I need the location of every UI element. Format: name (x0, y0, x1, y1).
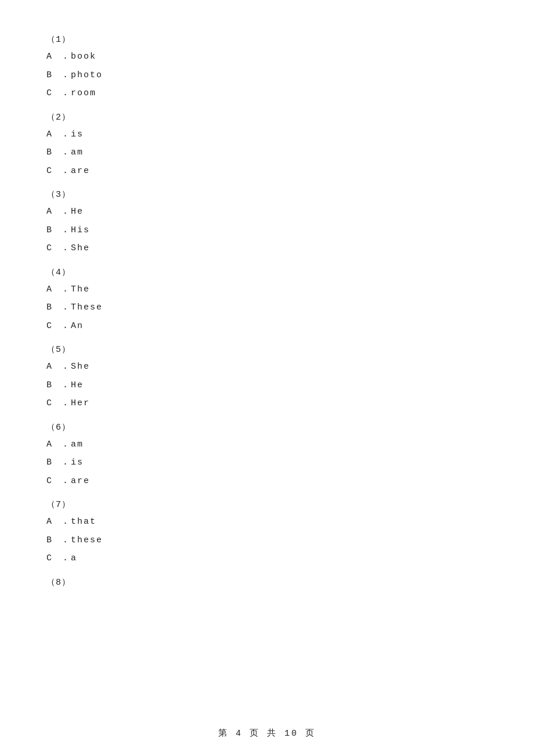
option-4-A[interactable]: A . The (46, 282, 488, 297)
question-number-2: （2） (46, 111, 488, 123)
option-label-6-A: A (46, 437, 63, 452)
option-text-3-A: He (71, 207, 84, 217)
option-dot-7-C: . (63, 551, 71, 566)
option-dot-4-C: . (63, 319, 71, 334)
option-7-A[interactable]: A . that (46, 514, 488, 530)
option-label-4-C: C (46, 319, 63, 334)
option-label-6-C: C (46, 474, 63, 489)
option-label-5-A: A (46, 359, 63, 375)
option-dot-2-A: . (63, 127, 71, 142)
option-label-3-C: C (46, 241, 63, 256)
option-label-5-B: B (46, 378, 63, 393)
option-label-1-B: B (46, 68, 63, 83)
option-dot-5-A: . (63, 359, 71, 375)
option-label-1-A: A (46, 49, 63, 64)
option-6-B[interactable]: B . is (46, 455, 488, 470)
question-number-6: （6） (46, 422, 488, 433)
option-4-C[interactable]: C . An (46, 319, 488, 334)
option-dot-6-B: . (63, 455, 71, 470)
option-label-4-A: A (46, 282, 63, 297)
option-text-3-C: She (71, 243, 90, 253)
option-label-5-C: C (46, 396, 63, 411)
option-text-1-B: photo (71, 70, 103, 80)
option-text-6-C: are (71, 476, 90, 486)
option-5-A[interactable]: A . She (46, 359, 488, 375)
option-1-C[interactable]: C . room (46, 86, 488, 101)
option-label-3-B: B (46, 223, 63, 238)
option-3-C[interactable]: C . She (46, 241, 488, 256)
option-dot-2-B: . (63, 145, 71, 160)
option-text-1-C: room (71, 88, 96, 98)
option-text-5-A: She (71, 362, 90, 372)
option-2-A[interactable]: A . is (46, 127, 488, 142)
option-text-4-A: The (71, 285, 90, 294)
option-label-3-A: A (46, 204, 63, 219)
option-dot-1-C: . (63, 86, 71, 101)
option-label-2-C: C (46, 164, 63, 179)
option-dot-6-C: . (63, 474, 71, 489)
option-7-B[interactable]: B . these (46, 533, 488, 548)
option-text-6-B: is (71, 458, 84, 467)
option-label-2-A: A (46, 127, 63, 142)
option-label-7-B: B (46, 533, 63, 548)
option-text-6-A: am (71, 440, 84, 449)
option-label-4-B: B (46, 300, 63, 315)
option-dot-1-B: . (63, 68, 71, 83)
option-text-2-B: am (71, 147, 84, 157)
option-3-A[interactable]: A . He (46, 204, 488, 219)
option-text-3-B: His (71, 225, 90, 235)
option-text-5-C: Her (71, 398, 90, 408)
question-number-1: （1） (46, 34, 488, 45)
page-footer: 第 4 页 共 10 页 (0, 728, 534, 739)
option-dot-6-A: . (63, 437, 71, 452)
option-text-2-A: is (71, 129, 84, 139)
option-dot-3-A: . (63, 204, 71, 219)
option-6-C[interactable]: C . are (46, 474, 488, 489)
option-dot-5-C: . (63, 396, 71, 411)
option-text-2-C: are (71, 166, 90, 176)
option-1-B[interactable]: B . photo (46, 68, 488, 83)
option-label-2-B: B (46, 145, 63, 160)
option-text-7-A: that (71, 517, 96, 527)
option-text-5-B: He (71, 380, 84, 390)
option-dot-7-B: . (63, 533, 71, 548)
option-1-A[interactable]: A . book (46, 49, 488, 64)
option-label-7-A: A (46, 514, 63, 530)
option-label-7-C: C (46, 551, 63, 566)
option-5-C[interactable]: C . Her (46, 396, 488, 411)
option-dot-4-A: . (63, 282, 71, 297)
main-content: （1）A . bookB . photoC . room（2）A . isB .… (0, 0, 534, 627)
option-7-C[interactable]: C . a (46, 551, 488, 566)
option-text-1-A: book (71, 52, 96, 62)
option-text-4-B: These (71, 303, 103, 312)
question-number-7: （7） (46, 499, 488, 510)
option-dot-1-A: . (63, 49, 71, 64)
option-label-1-C: C (46, 86, 63, 101)
question-number-8: （8） (46, 577, 488, 588)
option-4-B[interactable]: B . These (46, 300, 488, 315)
footer-text: 第 4 页 共 10 页 (218, 729, 316, 739)
option-dot-3-B: . (63, 223, 71, 238)
option-dot-2-C: . (63, 164, 71, 179)
option-5-B[interactable]: B . He (46, 378, 488, 393)
option-6-A[interactable]: A . am (46, 437, 488, 452)
question-number-3: （3） (46, 189, 488, 200)
question-number-5: （5） (46, 344, 488, 355)
option-dot-7-A: . (63, 514, 71, 530)
option-dot-3-C: . (63, 241, 71, 256)
question-number-4: （4） (46, 267, 488, 278)
option-text-7-B: these (71, 535, 103, 545)
option-dot-4-B: . (63, 300, 71, 315)
option-3-B[interactable]: B . His (46, 223, 488, 238)
option-text-7-C: a (71, 553, 77, 563)
option-2-C[interactable]: C . are (46, 164, 488, 179)
option-2-B[interactable]: B . am (46, 145, 488, 160)
option-label-6-B: B (46, 455, 63, 470)
option-dot-5-B: . (63, 378, 71, 393)
option-text-4-C: An (71, 321, 84, 331)
